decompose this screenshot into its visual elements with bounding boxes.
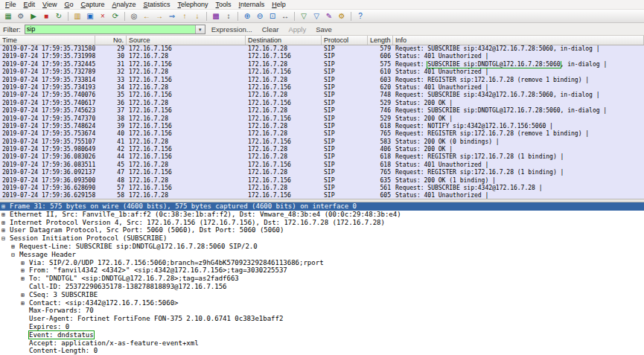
packet-row[interactable]: 2019-07-24 17:59:35.73278932172.16.7.281… — [0, 68, 644, 76]
detail-line[interactable]: ⊟Message Header — [0, 251, 644, 259]
menu-go[interactable]: Go — [60, 1, 77, 8]
detail-line[interactable]: ⊞Contact: <sip:4342@172.16.7.156:5060> — [0, 299, 644, 307]
menu-tools[interactable]: Tools — [212, 1, 235, 8]
colorize-icon[interactable]: ▩ — [210, 10, 222, 22]
packet-row[interactable]: 2019-07-24 17:59:35.73199830172.16.7.281… — [0, 53, 644, 60]
list-interfaces-icon[interactable]: ▦ — [2, 10, 14, 22]
packet-row[interactable]: 2019-07-24 17:59:35.73158029172.16.7.156… — [0, 45, 644, 53]
info-cell: Request: SUBSCRIBE sip:DNDTGL@172.16.7.2… — [393, 61, 644, 68]
go-to-top-icon[interactable]: ↑ — [179, 10, 191, 22]
detail-line[interactable]: ⊞User Datagram Protocol, Src Port: 5060 … — [0, 226, 644, 234]
go-to-packet-icon[interactable]: ⇒ — [166, 10, 178, 22]
packet-row[interactable]: 2019-07-24 17:59:35.73381433172.16.7.156… — [0, 77, 644, 84]
packet-row[interactable]: 2019-07-24 17:59:35.75510741172.16.7.281… — [0, 138, 644, 146]
capture-options-icon[interactable]: ⚙ — [15, 10, 27, 22]
detail-line[interactable]: ⊞Via: SIP/2.0/UDP 172.16.7.156:5060;bran… — [0, 259, 644, 267]
packet-row[interactable]: 2019-07-24 17:59:35.98064942172.16.7.156… — [0, 146, 644, 153]
info-cell: Request: SUBSCRIBE sip:4342@172.16.7.28:… — [393, 45, 644, 53]
packet-row[interactable]: 2019-07-24 17:59:36.08351145172.16.7.281… — [0, 161, 644, 169]
detail-line[interactable]: Event: dndstatus — [0, 331, 644, 339]
detail-line[interactable]: ⊞From: "fanvil4342 <4342>" <sip:4342@172… — [0, 266, 644, 275]
detail-line[interactable]: Expires: 0 — [0, 323, 644, 331]
reload-file-icon[interactable]: ⟳ — [109, 10, 121, 22]
open-file-icon[interactable]: ▥ — [71, 10, 83, 22]
zoom-in-icon[interactable]: ⊕ — [241, 10, 253, 22]
detail-line[interactable]: ⊞Frame 31: 575 bytes on wire (4600 bits)… — [0, 202, 644, 211]
resize-columns-icon[interactable]: ↔ — [279, 10, 291, 22]
detail-line[interactable]: ⊞Ethernet II, Src: FanvilTe_1b:af:f2 (0c… — [0, 211, 644, 219]
detail-line[interactable]: ⊞Request-Line: SUBSCRIBE sip:DNDTGL@172.… — [0, 243, 644, 251]
close-file-icon[interactable]: × — [97, 10, 109, 22]
packet-row[interactable]: 2019-07-24 17:59:35.75367440172.16.7.156… — [0, 130, 644, 138]
go-forward-icon[interactable]: → — [153, 10, 165, 22]
preferences-icon[interactable]: ⚙ — [336, 10, 348, 22]
stop-capture-icon[interactable]: ■ — [40, 10, 52, 22]
packet-row[interactable]: 2019-07-24 17:59:35.74562337172.16.7.156… — [0, 107, 644, 115]
coloring-rules-icon[interactable]: ✎ — [323, 10, 335, 22]
save-button[interactable]: Save — [312, 25, 336, 33]
col-header-no[interactable]: No. — [95, 36, 127, 45]
detail-line[interactable]: Content-Length: 0 — [0, 347, 644, 355]
collapse-icon[interactable]: ⊟ — [1, 235, 10, 243]
go-to-bottom-icon[interactable]: ↓ — [191, 10, 203, 22]
detail-text: User Datagram Protocol, Src Port: 5060 (… — [10, 226, 284, 234]
menu-analyze[interactable]: Analyze — [108, 1, 139, 8]
col-header-source[interactable]: Source — [127, 36, 246, 45]
protocol-cell: SIP — [322, 61, 368, 68]
start-capture-icon[interactable]: ▶ — [28, 10, 39, 22]
find-packet-icon[interactable]: ◎ — [128, 10, 140, 22]
packet-row[interactable]: 2019-07-24 17:59:35.74862439172.16.7.156… — [0, 123, 644, 130]
collapse-icon[interactable]: ⊟ — [11, 252, 19, 260]
info-text: Request: — [395, 61, 427, 68]
expression-button[interactable]: Expression... — [208, 25, 256, 33]
expand-icon[interactable]: ⊞ — [21, 292, 29, 300]
help-icon[interactable]: ? — [354, 10, 366, 22]
menu-statistics[interactable]: Statistics — [140, 1, 174, 8]
packet-row[interactable]: 2019-07-24 17:59:36.62915858172.16.7.281… — [0, 192, 644, 199]
restart-capture-icon[interactable]: ↻ — [53, 10, 65, 22]
go-back-icon[interactable]: ← — [141, 10, 153, 22]
autoscroll-icon[interactable]: ↕ — [223, 10, 235, 22]
apply-button[interactable]: Apply — [284, 25, 310, 33]
destination-cell: 172.16.7.156 — [246, 192, 322, 199]
capture-filters-icon[interactable]: ▽ — [298, 10, 310, 22]
col-header-length[interactable]: Length — [368, 36, 393, 45]
packet-row[interactable]: 2019-07-24 17:59:36.62869057172.16.7.156… — [0, 185, 644, 192]
menu-view[interactable]: View — [39, 1, 60, 8]
col-header-destination[interactable]: Destination — [246, 36, 322, 45]
zoom-out-icon[interactable]: ⊖ — [254, 10, 266, 22]
menu-telephony[interactable]: Telephony — [174, 1, 212, 8]
menu-edit[interactable]: Edit — [20, 1, 39, 8]
menu-help[interactable]: Help — [268, 1, 290, 8]
packet-row[interactable]: 2019-07-24 17:59:35.74737038172.16.7.281… — [0, 115, 644, 123]
col-header-protocol[interactable]: Protocol — [322, 36, 368, 45]
packet-row[interactable]: 2019-07-24 17:59:35.73244531172.16.7.156… — [0, 61, 644, 68]
packet-row[interactable]: 2019-07-24 17:59:36.08302644172.16.7.156… — [0, 153, 644, 161]
packet-row[interactable]: 2019-07-24 17:59:36.09350048172.16.7.281… — [0, 177, 644, 185]
packet-row[interactable]: 2019-07-24 17:59:35.74007635172.16.7.156… — [0, 92, 644, 99]
menu-file[interactable]: File — [1, 1, 20, 8]
filter-dropdown-icon[interactable]: ▼ — [195, 25, 205, 33]
zoom-100-icon[interactable]: ⊡ — [267, 10, 278, 22]
menu-capture[interactable]: Capture — [77, 1, 108, 8]
length-cell: 575 — [368, 61, 393, 68]
detail-line[interactable]: User-Agent: Fortinet FortiFone FON-375 2… — [0, 315, 644, 323]
packet-row[interactable]: 2019-07-24 17:59:35.74061736172.16.7.281… — [0, 100, 644, 107]
packet-row[interactable]: 2019-07-24 17:59:35.73419334172.16.7.281… — [0, 84, 644, 92]
detail-line[interactable]: Accept: application/x-as-feature-event+x… — [0, 339, 644, 348]
expand-icon[interactable]: ⊞ — [1, 211, 10, 220]
detail-line[interactable]: ⊟Session Initiation Protocol (SUBSCRIBE) — [0, 234, 644, 243]
detail-line[interactable]: ⊞Internet Protocol Version 4, Src: 172.1… — [0, 219, 644, 227]
col-header-time[interactable]: Time — [0, 36, 95, 45]
menu-internals[interactable]: Internals — [235, 1, 269, 8]
save-file-icon[interactable]: ▣ — [84, 10, 96, 22]
detail-line[interactable]: ⊞CSeq: 3 SUBSCRIBE — [0, 291, 644, 299]
detail-line[interactable]: ⊞To: "DNDTGL" <sip:DNDTGL@172.16.7.28>;t… — [0, 275, 644, 283]
clear-button[interactable]: Clear — [258, 25, 283, 33]
detail-line[interactable]: Call-ID: 25372290635178-138278818893@172… — [0, 283, 644, 291]
col-header-info[interactable]: Info — [393, 36, 644, 45]
packet-row[interactable]: 2019-07-24 17:59:36.09213747172.16.7.156… — [0, 169, 644, 176]
display-filters-icon[interactable]: ▽ — [310, 10, 322, 22]
filter-input[interactable] — [25, 25, 195, 33]
detail-line[interactable]: Max-Forwards: 70 — [0, 307, 644, 315]
